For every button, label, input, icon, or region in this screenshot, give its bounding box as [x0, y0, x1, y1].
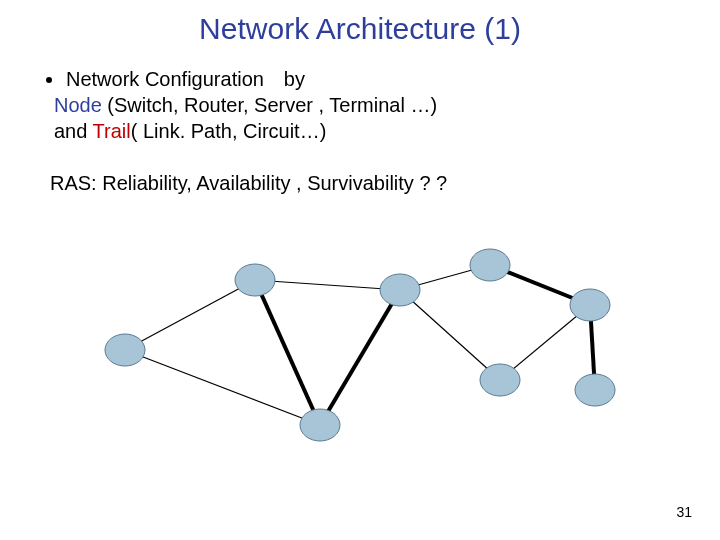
page-number: 31	[676, 504, 692, 520]
trail-rest: ( Link. Path, Circuit…)	[131, 120, 327, 142]
graph-edge	[255, 280, 400, 290]
graph-node	[480, 364, 520, 396]
graph-edge	[125, 280, 255, 350]
line-node: Node (Switch, Router, Server , Terminal …	[54, 94, 437, 117]
graph-node	[300, 409, 340, 441]
graph-node	[235, 264, 275, 296]
bullet-text-1: Network Configuration by	[66, 68, 305, 91]
graph-node	[570, 289, 610, 321]
graph-nodes	[105, 249, 615, 441]
bullet-dot-icon	[46, 77, 52, 83]
trail-keyword: Trail	[93, 120, 131, 142]
graph-node	[470, 249, 510, 281]
graph-node	[105, 334, 145, 366]
graph-node	[575, 374, 615, 406]
graph-edge	[400, 290, 500, 380]
graph-node	[380, 274, 420, 306]
network-graph	[60, 220, 660, 480]
node-rest: (Switch, Router, Server , Terminal …)	[102, 94, 437, 116]
slide-title: Network Architecture (1)	[0, 12, 720, 46]
bullet-line-1: Network Configuration by	[46, 68, 305, 91]
ras-line: RAS: Reliability, Availability , Surviva…	[50, 172, 447, 195]
graph-edges	[125, 265, 595, 425]
line-trail: and Trail( Link. Path, Circuit…)	[54, 120, 326, 143]
trail-pre: and	[54, 120, 93, 142]
slide: Network Architecture (1) Network Configu…	[0, 0, 720, 540]
node-keyword: Node	[54, 94, 102, 116]
graph-edge	[320, 290, 400, 425]
